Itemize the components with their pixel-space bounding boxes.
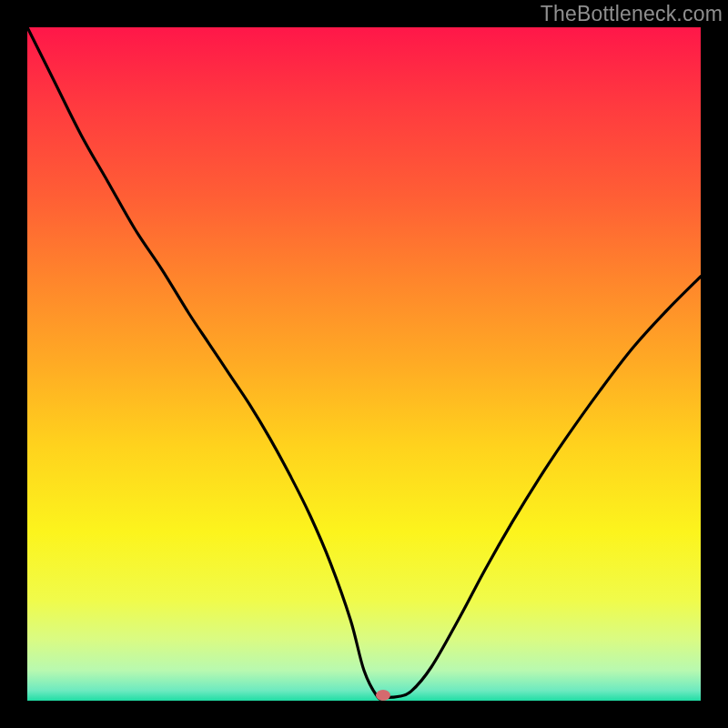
chart-svg (0, 0, 728, 728)
plot-background (27, 27, 701, 701)
chart-stage: TheBottleneck.com (0, 0, 728, 728)
minimum-marker (376, 690, 390, 701)
watermark-label: TheBottleneck.com (541, 2, 723, 26)
